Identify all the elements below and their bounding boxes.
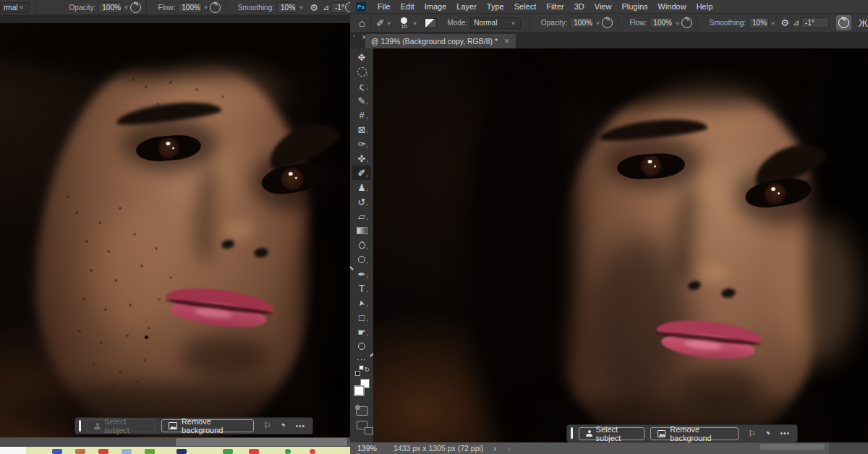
flag-icon[interactable]: ⚐ [263, 421, 271, 431]
eraser-tool[interactable]: ▱ [352, 209, 371, 223]
scrollbar-thumb[interactable] [176, 438, 347, 446]
opacity-value-field[interactable]: 100% [98, 2, 122, 13]
pen-tool[interactable]: ✒ [352, 267, 371, 281]
smoothing-value-field[interactable]: 10% [277, 2, 297, 13]
menu-filter[interactable]: Filter [541, 2, 569, 11]
more-options-icon[interactable]: ••• [295, 422, 305, 430]
airbrush-opacity-pressure-icon[interactable]: ✎ [602, 17, 613, 28]
taskbar-app-icon[interactable] [122, 449, 132, 454]
eyedropper-tool[interactable]: ✑ [352, 137, 371, 151]
gear-icon[interactable]: ⚙ [780, 18, 789, 27]
hand-tool[interactable]: ☛ [352, 325, 371, 339]
menu-3d[interactable]: 3D [569, 2, 590, 11]
quick-selection-tool[interactable]: ✎ [352, 93, 371, 108]
chevron-down-icon[interactable]: ∨ [770, 20, 775, 26]
menu-help[interactable]: Help [692, 2, 718, 11]
taskbar-app-icon[interactable] [285, 449, 291, 454]
dodge-tool[interactable] [352, 252, 371, 267]
select-subject-button[interactable]: Select subject [87, 419, 156, 432]
brush-tool-selected[interactable]: ✐ [352, 166, 371, 180]
default-swap-colors[interactable]: ↻ [354, 365, 370, 377]
taskbar-app-icon[interactable] [249, 449, 259, 454]
home-icon[interactable]: ⌂ [359, 17, 365, 28]
drag-handle[interactable] [79, 420, 81, 432]
marquee-tool[interactable] [352, 64, 371, 79]
more-options-icon[interactable]: ••• [780, 429, 790, 437]
taskbar-app-icon[interactable] [223, 449, 233, 454]
contrast-circle-icon[interactable]: ◐ [278, 420, 289, 431]
clone-stamp-tool[interactable]: ♟ [352, 180, 371, 194]
shape-tool[interactable]: □ [352, 310, 371, 325]
taskbar-app-icon[interactable] [98, 449, 109, 454]
menu-window[interactable]: Window [653, 2, 692, 11]
contrast-circle-icon[interactable]: ◐ [762, 428, 773, 439]
blend-mode-dropdown[interactable]: Normal ∨ [470, 17, 520, 29]
menu-view[interactable]: View [590, 2, 617, 11]
taskbar-app-icon[interactable] [145, 449, 155, 454]
chevron-down-icon[interactable]: ∨ [595, 20, 600, 26]
chevron-down-icon[interactable]: ∨ [203, 4, 208, 10]
pen-pressure-toggle[interactable]: ✎ [836, 15, 851, 30]
taskbar-app-icon[interactable] [75, 449, 85, 454]
remove-background-button[interactable]: Remove background [650, 427, 739, 440]
airbrush-flow-icon[interactable]: ✎ [681, 17, 692, 28]
brush-angle-field[interactable]: -1° [801, 17, 829, 28]
menu-type[interactable]: Type [482, 2, 509, 11]
move-tool[interactable]: ✥ [352, 50, 371, 64]
quick-mask-button[interactable] [352, 403, 371, 418]
path-selection-tool[interactable]: ➤ [352, 296, 371, 310]
color-swatches[interactable] [353, 379, 370, 402]
type-tool[interactable]: T [352, 281, 371, 296]
remove-background-button[interactable]: Remove background [161, 419, 254, 432]
chevron-down-icon[interactable]: ∨ [412, 20, 417, 26]
chevron-down-icon[interactable]: ∨ [386, 20, 391, 26]
left-horizontal-scrollbar[interactable] [0, 437, 350, 447]
close-tab-icon[interactable]: ✕ [504, 38, 510, 45]
zoom-tool[interactable] [352, 339, 371, 354]
brush-size-preview[interactable]: 15 [397, 17, 411, 29]
status-prev-arrow[interactable]: ‹ [508, 444, 511, 453]
flag-icon[interactable]: ⚐ [748, 429, 756, 439]
frame-tool[interactable]: ⊠ [352, 122, 371, 137]
document-tab[interactable]: @ 139% (Background copy, RGB/8) * ✕ [365, 34, 516, 48]
gear-icon[interactable]: ⚙ [310, 3, 318, 12]
select-subject-button[interactable]: Select subject [579, 427, 644, 440]
blur-tool[interactable] [352, 238, 371, 252]
lasso-tool[interactable]: ς [352, 79, 371, 93]
screen-mode-button[interactable] [352, 418, 371, 432]
drag-handle[interactable] [571, 427, 573, 439]
smoothing-value-field[interactable]: 10% [749, 17, 769, 28]
brush-tool-preset-icon[interactable]: ✐ [376, 18, 385, 28]
airbrush-opacity-pressure-icon[interactable]: ✎ [130, 2, 141, 13]
after-image-canvas[interactable]: Select subject Remove background ⚐ ◐ ••• [373, 48, 868, 442]
zoom-level-field[interactable]: 139% [357, 444, 385, 453]
chevron-down-icon[interactable]: ∨ [299, 4, 304, 10]
photoshop-logo[interactable]: Ps [356, 2, 366, 12]
opacity-value-field[interactable]: 100% [570, 17, 594, 28]
flow-value-field[interactable]: 100% [650, 17, 673, 28]
foreground-color-swatch[interactable] [354, 385, 365, 396]
airbrush-flow-icon[interactable]: ✎ [210, 2, 221, 13]
menu-layer[interactable]: Layer [451, 2, 482, 11]
flow-value-field[interactable]: 100% [178, 2, 202, 13]
menu-plugins[interactable]: Plugins [616, 2, 652, 11]
gradient-tool[interactable] [352, 223, 371, 238]
spot-healing-tool[interactable]: ✜ [352, 151, 371, 166]
menu-file[interactable]: File [373, 2, 396, 11]
history-brush-tool[interactable]: ↺ [352, 194, 371, 209]
taskbar-app-icon[interactable] [310, 449, 315, 454]
taskbar-app-icon[interactable] [52, 449, 62, 454]
scrollbar-thumb[interactable] [760, 444, 825, 450]
menu-select[interactable]: Select [509, 2, 542, 11]
chevron-down-icon[interactable]: ∨ [124, 4, 129, 10]
brush-settings-panel-icon[interactable] [425, 18, 437, 28]
blend-mode-dropdown[interactable]: rmal ∨ [0, 2, 30, 13]
taskbar-app-icon[interactable] [176, 449, 187, 454]
crop-tool[interactable]: # [352, 108, 371, 122]
paint-symmetry-icon[interactable]: Ж [859, 18, 868, 28]
chevron-down-icon[interactable]: ∨ [675, 20, 680, 26]
edit-toolbar-button[interactable]: ··· [352, 354, 371, 365]
before-image-canvas[interactable]: Select subject Remove background ⚐ ◐ ••• [0, 23, 350, 437]
menu-edit[interactable]: Edit [396, 2, 420, 11]
menu-image[interactable]: Image [420, 2, 452, 11]
